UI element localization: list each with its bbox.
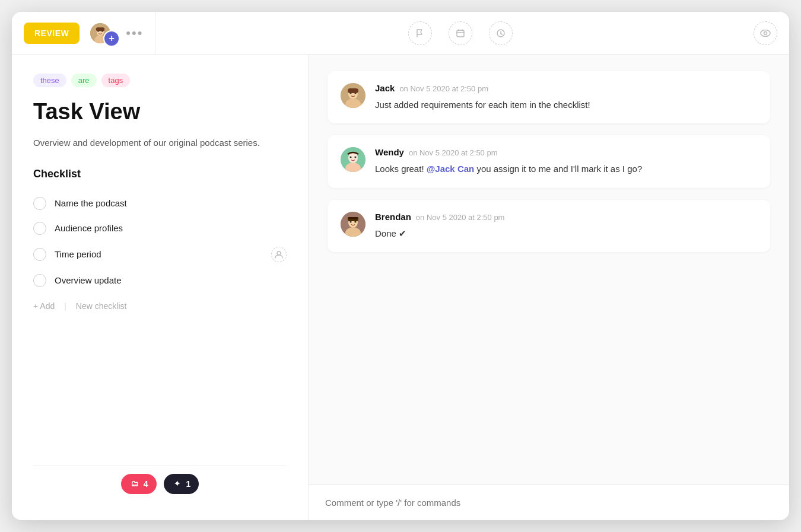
svg-rect-6 xyxy=(457,30,464,37)
assign-user-button[interactable] xyxy=(271,247,287,262)
comment-body: Wendy on Nov 5 2020 at 2:50 pm Looks gre… xyxy=(375,147,757,176)
comment-body: Brendan on Nov 5 2020 at 2:50 pm Done ✔ xyxy=(375,212,757,240)
add-button[interactable]: + Add xyxy=(33,301,55,311)
clock-icon xyxy=(496,28,506,38)
svg-point-20 xyxy=(349,157,351,158)
app-window: REVIEW + ••• xyxy=(12,12,789,520)
badge-dark-count: 1 xyxy=(186,479,191,489)
comment-card: Brendan on Nov 5 2020 at 2:50 pm Done ✔ xyxy=(328,200,770,252)
comment-author: Brendan xyxy=(375,212,411,222)
toolbar-center xyxy=(155,12,754,54)
comment-author: Jack xyxy=(375,83,395,93)
tags-row: these are tags xyxy=(33,74,287,87)
svg-rect-5 xyxy=(96,27,104,31)
checklist-item: Overview update xyxy=(33,268,287,293)
clock-button[interactable] xyxy=(489,21,513,45)
svg-point-21 xyxy=(354,157,356,158)
checklist-checkbox[interactable] xyxy=(33,222,46,235)
tag-these[interactable]: these xyxy=(33,74,66,87)
checklist-item: Name the podcast xyxy=(33,191,287,216)
right-panel: Jack on Nov 5 2020 at 2:50 pm Just added… xyxy=(309,55,789,520)
avatar-group: + xyxy=(89,22,112,44)
comment-time: on Nov 5 2020 at 2:50 pm xyxy=(399,84,488,93)
top-bar-right xyxy=(754,21,777,45)
checklist-item: Time period xyxy=(33,241,287,268)
checklist-checkbox[interactable] xyxy=(33,274,46,287)
svg-point-9 xyxy=(764,31,767,34)
comment-card: Wendy on Nov 5 2020 at 2:50 pm Looks gre… xyxy=(328,135,770,187)
checklist-checkbox[interactable] xyxy=(33,197,46,210)
task-title: Task View xyxy=(33,99,287,125)
badge-pink[interactable]: 🗂 4 xyxy=(121,474,157,494)
mention: @Jack Can xyxy=(427,164,475,174)
comment-time: on Nov 5 2020 at 2:50 pm xyxy=(416,213,505,222)
add-user-button[interactable]: + xyxy=(103,30,120,47)
checklist-item-label: Audience profiles xyxy=(55,223,287,233)
checklist-heading: Checklist xyxy=(33,168,287,180)
tag-are[interactable]: are xyxy=(71,74,97,87)
add-row: + Add | New checklist xyxy=(33,293,287,311)
more-options-button[interactable]: ••• xyxy=(126,26,143,41)
svg-rect-28 xyxy=(348,217,358,219)
avatar-wendy xyxy=(341,147,365,172)
tag-tags[interactable]: tags xyxy=(101,74,131,87)
comment-time: on Nov 5 2020 at 2:50 pm xyxy=(409,148,498,157)
review-button[interactable]: REVIEW xyxy=(24,23,80,44)
new-checklist-button[interactable]: New checklist xyxy=(76,301,127,311)
comment-header: Jack on Nov 5 2020 at 2:50 pm xyxy=(375,83,757,93)
comment-text: Just added requirements for each item in… xyxy=(375,98,757,112)
comment-header: Brendan on Nov 5 2020 at 2:50 pm xyxy=(375,212,757,222)
svg-point-10 xyxy=(277,251,281,255)
calendar-icon xyxy=(456,28,465,38)
svg-point-8 xyxy=(761,30,770,36)
comment-text: Done ✔ xyxy=(375,227,757,240)
checklist-item-label: Time period xyxy=(55,249,263,259)
badge-pink-icon: 🗂 xyxy=(129,479,140,489)
flag-button[interactable] xyxy=(408,21,432,45)
eye-icon xyxy=(760,30,771,37)
main-content: these are tags Task View Overview and de… xyxy=(12,55,789,520)
eye-button[interactable] xyxy=(754,21,777,45)
comment-header: Wendy on Nov 5 2020 at 2:50 pm xyxy=(375,147,757,157)
svg-rect-16 xyxy=(348,88,358,93)
comment-input-bar xyxy=(309,485,789,520)
avatar-jack xyxy=(341,83,365,108)
task-description: Overview and development of our original… xyxy=(33,136,287,150)
avatar-brendan xyxy=(341,212,365,237)
checklist-item-label: Overview update xyxy=(55,275,287,285)
checklist-item: Audience profiles xyxy=(33,216,287,241)
comment-input[interactable] xyxy=(325,498,773,508)
badge-pink-count: 4 xyxy=(144,479,148,489)
bottom-bar-left: 🗂 4 ✦ 1 xyxy=(33,466,287,501)
comment-text: Looks great! @Jack Can you assign it to … xyxy=(375,162,757,176)
checklist-items: Name the podcast Audience profiles Time … xyxy=(33,191,287,293)
left-panel: these are tags Task View Overview and de… xyxy=(12,55,309,520)
divider: | xyxy=(64,301,66,311)
checklist-item-label: Name the podcast xyxy=(55,198,287,208)
calendar-button[interactable] xyxy=(449,21,472,45)
comment-card: Jack on Nov 5 2020 at 2:50 pm Just added… xyxy=(328,71,770,123)
checklist-checkbox[interactable] xyxy=(33,248,46,261)
flag-icon xyxy=(415,28,425,38)
comment-author: Wendy xyxy=(375,147,404,157)
comments-area: Jack on Nov 5 2020 at 2:50 pm Just added… xyxy=(309,55,789,485)
badge-dark-icon: ✦ xyxy=(172,479,183,489)
badge-dark[interactable]: ✦ 1 xyxy=(164,474,199,494)
top-bar: REVIEW + ••• xyxy=(12,12,789,55)
svg-point-18 xyxy=(348,152,358,163)
comment-body: Jack on Nov 5 2020 at 2:50 pm Just added… xyxy=(375,83,757,112)
